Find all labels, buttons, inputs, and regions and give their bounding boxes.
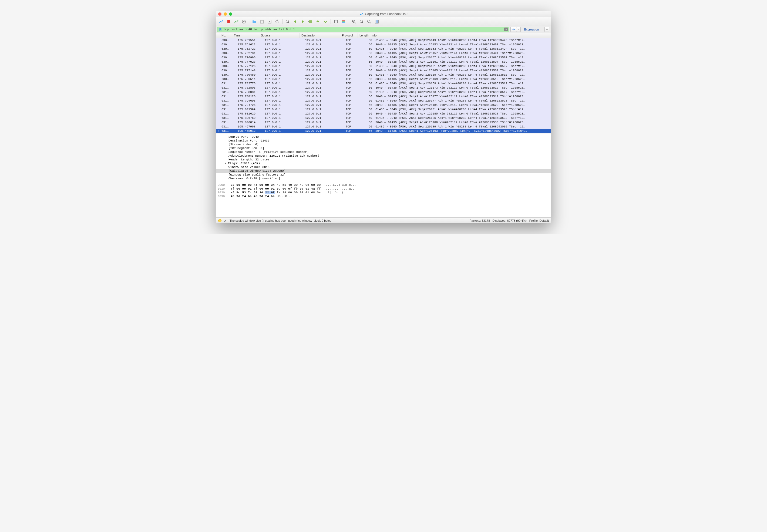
column-header-source[interactable]: Source [259, 33, 300, 38]
packet-row[interactable]: 631…175.782776127.0.0.1127.0.0.1TCP60614… [216, 81, 551, 86]
colorize-button[interactable] [340, 18, 347, 25]
detail-line[interactable]: [TCP Segment Len: 0] [216, 146, 551, 150]
stop-capture-button[interactable] [225, 18, 232, 25]
maximize-window-button[interactable] [229, 12, 232, 16]
packet-bytes-pane[interactable]: 000002 00 00 00 45 00 00 34 42 51 40 00 … [216, 182, 551, 217]
packet-row[interactable]: 630…175.780480127.0.0.1127.0.0.1TCP60614… [216, 73, 551, 77]
status-profile[interactable]: Profile: Default [529, 219, 549, 222]
expand-icon[interactable] [224, 162, 227, 165]
cell-info: 61435 → 3040 [PSH, ACK] Seq=126157 Ack=1… [374, 56, 551, 59]
go-to-packet-button[interactable] [307, 18, 314, 25]
apply-filter-button[interactable] [510, 27, 517, 32]
detail-calculated-window-size[interactable]: [Calculated window size: 282080] [216, 169, 551, 173]
hex-ascii: ..S|.."o .(..... [324, 191, 353, 195]
reload-button[interactable] [274, 18, 281, 25]
cell-time: 175.806760 [236, 116, 263, 120]
auto-scroll-button[interactable] [332, 18, 339, 25]
detail-line[interactable]: [Window size scaling factor: 32] [216, 173, 551, 177]
detail-flags[interactable]: Flags: 0x010 (ACK) [216, 161, 551, 165]
detail-line[interactable]: [Stream index: 6] [216, 143, 551, 146]
column-header-length[interactable]: Length [358, 33, 370, 38]
column-header-no[interactable]: No. [216, 33, 232, 38]
cell-info: 3040 → 61435 [ACK] Seq=1 Ack=126189 Win=… [374, 121, 551, 124]
display-filter-input[interactable] [222, 28, 504, 31]
packet-row-selected[interactable]: 631…195.468012127.0.0.1127.0.0.1TCP56304… [216, 129, 551, 133]
resize-columns-button[interactable] [373, 18, 380, 25]
cell-info: 3040 → 61435 [ACK] Seq=1 Ack=126185 Win=… [374, 112, 551, 115]
packet-row[interactable]: 631…175.782803127.0.0.1127.0.0.1TCP56304… [216, 86, 551, 90]
filter-history-dropdown[interactable] [517, 27, 521, 32]
go-forward-button[interactable] [299, 18, 306, 25]
open-file-button[interactable] [251, 18, 258, 25]
packet-row[interactable]: 631…175.794693127.0.0.1127.0.0.1TCP60614… [216, 99, 551, 103]
column-header-protocol[interactable]: Protocol [340, 33, 358, 38]
add-filter-button[interactable] [544, 27, 549, 32]
packet-list-body[interactable]: 630…175.761551127.0.0.1127.0.0.1TCP60614… [216, 38, 551, 133]
clear-filter-button[interactable] [504, 28, 508, 31]
packet-row[interactable]: 631…175.788081127.0.0.1127.0.0.1TCP60614… [216, 90, 551, 94]
hex-row[interactable]: 000002 00 00 00 45 00 00 34 42 51 40 00 … [218, 183, 549, 187]
toolbar-separator [331, 19, 331, 24]
packet-row[interactable]: 631…175.801629127.0.0.1127.0.0.1TCP56304… [216, 112, 551, 116]
hex-row[interactable]: 00107f 00 00 01 7f 00 00 01 0b e0 ef fb … [218, 187, 549, 191]
packet-list-pane[interactable]: No. Time Source Destination Protocol Len… [216, 33, 551, 133]
edit-icon[interactable] [224, 219, 227, 223]
detail-line[interactable]: Source Port: 3040 [216, 135, 551, 139]
packet-row[interactable]: 630…175.780514127.0.0.1127.0.0.1TCP56304… [216, 77, 551, 81]
detail-line[interactable]: Window size value: 8815 [216, 165, 551, 169]
cell-protocol: TCP [344, 116, 362, 120]
expression-button[interactable]: Expression... [522, 28, 543, 31]
detail-line[interactable]: Acknowledgment number: 126193 (relative … [216, 154, 551, 158]
packet-row[interactable]: 631…175.801599127.0.0.1127.0.0.1TCP60614… [216, 107, 551, 112]
cell-no: 630… [220, 69, 236, 72]
cell-protocol: TCP [344, 86, 362, 89]
packet-row[interactable]: 631…175.806814127.0.0.1127.0.0.1TCP56304… [216, 120, 551, 124]
cell-time: 175.794693 [236, 99, 263, 102]
detail-line[interactable]: Checksum: 0xfe28 [unverified] [216, 177, 551, 180]
expert-info-button[interactable] [218, 219, 221, 222]
capture-options-button[interactable] [240, 18, 247, 25]
detail-line[interactable]: Destination Port: 61435 [216, 139, 551, 143]
svg-line-20 [362, 22, 363, 23]
packet-list-header[interactable]: No. Time Source Destination Protocol Len… [216, 33, 551, 38]
column-header-destination[interactable]: Destination [300, 33, 340, 38]
minimize-window-button[interactable] [224, 12, 227, 16]
packet-row[interactable]: 630…175.761622127.0.0.1127.0.0.1TCP56304… [216, 42, 551, 47]
find-packet-button[interactable] [284, 18, 291, 25]
cell-time: 175.782776 [236, 82, 263, 85]
detail-line[interactable]: Header Length: 32 bytes [216, 158, 551, 161]
packet-row[interactable]: 631…195.467968127.0.0.1127.0.0.1TCP60614… [216, 124, 551, 129]
hex-row[interactable]: 0020a5 9c 53 7c 80 10 22 6f fe 28 00 00 … [218, 191, 549, 195]
packet-row[interactable]: 630…175.777148127.0.0.1127.0.0.1TCP56304… [216, 68, 551, 73]
save-file-button[interactable] [258, 18, 265, 25]
packet-row[interactable]: 630…175.761551127.0.0.1127.0.0.1TCP60614… [216, 38, 551, 42]
packet-row[interactable]: 630…175.762723127.0.0.1127.0.0.1TCP60614… [216, 47, 551, 51]
column-header-time[interactable]: Time [232, 33, 259, 38]
bookmark-icon[interactable] [218, 28, 222, 31]
zoom-reset-button[interactable] [366, 18, 373, 25]
column-header-info[interactable]: Info [370, 33, 551, 38]
titlebar[interactable]: Capturing from Loopback: lo0 [216, 11, 551, 17]
zoom-in-button[interactable] [351, 18, 358, 25]
packet-row[interactable]: 630…175.777028127.0.0.1127.0.0.1TCP56304… [216, 60, 551, 64]
go-back-button[interactable] [292, 18, 299, 25]
go-last-button[interactable] [322, 18, 329, 25]
restart-capture-button[interactable] [233, 18, 240, 25]
zoom-out-button[interactable] [358, 18, 365, 25]
cell-info: 61435 → 3040 [PSH, ACK] Seq=126149 Ack=1… [374, 39, 551, 42]
packet-row[interactable]: 631…175.794726127.0.0.1127.0.0.1TCP56304… [216, 103, 551, 107]
detail-line[interactable]: Sequence number: 1 (relative sequence nu… [216, 150, 551, 154]
packet-row[interactable]: 630…175.777126127.0.0.1127.0.0.1TCP60614… [216, 64, 551, 68]
packet-row[interactable]: 631…175.806760127.0.0.1127.0.0.1TCP60614… [216, 116, 551, 120]
packet-row[interactable]: 631…175.788126127.0.0.1127.0.0.1TCP56304… [216, 94, 551, 99]
start-capture-button[interactable] [218, 18, 225, 25]
cell-length: 60 [362, 125, 374, 128]
packet-row[interactable]: 630…175.776996127.0.0.1127.0.0.1TCP60614… [216, 55, 551, 60]
go-first-button[interactable] [314, 18, 321, 25]
packet-row[interactable]: 630…175.762781127.0.0.1127.0.0.1TCP56304… [216, 51, 551, 55]
close-window-button[interactable] [218, 12, 221, 16]
cell-protocol: TCP [344, 103, 362, 107]
packet-details-pane[interactable]: Source Port: 3040Destination Port: 61435… [216, 133, 551, 182]
close-file-button[interactable] [266, 18, 273, 25]
hex-row[interactable]: 00304b 9d f4 ba 4b 9d f4 ba K...K... [218, 195, 549, 198]
